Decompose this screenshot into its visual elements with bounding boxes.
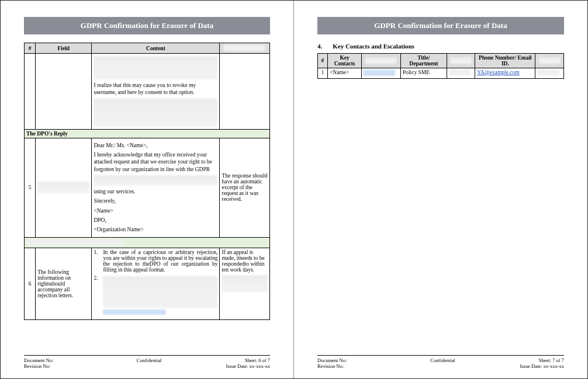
footer-docno: Document No:: [24, 357, 53, 363]
th-key: Key Contacts: [327, 54, 361, 68]
table-row: 5 Dear Mr./ Ms. <Name>, I hereby acknowl…: [25, 138, 270, 237]
contact-num: 1: [318, 68, 328, 79]
table-header-row: # Key Contacts Title/ Department Phone N…: [318, 54, 564, 68]
table-row: 6 The following information on rightssho…: [25, 248, 270, 319]
footer-sheet: Sheet: 7 of 7: [539, 357, 564, 363]
th-blank3: [535, 54, 564, 68]
contact-email-link[interactable]: YA@example.com: [477, 69, 519, 75]
footer-rev: Revision No:: [317, 363, 344, 369]
th-title: Title/ Department: [400, 54, 447, 68]
consent-paragraph: I realize that this may cause you to rev…: [94, 82, 217, 96]
contact-name: <Name>: [327, 68, 361, 79]
th-num: #: [318, 54, 328, 68]
section-divider-blank: [25, 237, 270, 248]
appeal-item-1: 1. In the case of a capricious or arbitr…: [94, 249, 217, 273]
footer-issue: Issue Date: xx-xxx-xx: [226, 363, 270, 369]
table-header-row: # Field Content: [25, 43, 270, 54]
footer-rev: Revision No:: [24, 363, 50, 369]
page-footer: Document No: Confidential Sheet: 7 of 7 …: [317, 355, 564, 369]
contacts-table: # Key Contacts Title/ Department Phone N…: [317, 53, 564, 79]
th-note: [220, 43, 270, 54]
footer-conf: Confidential: [430, 357, 455, 363]
th-field: Field: [36, 43, 92, 54]
reply-sig3: DPO,: [94, 217, 217, 224]
row6-field: The following information on rightsshoul…: [36, 248, 92, 319]
th-phone: Phone Number/ Email ID.: [475, 54, 535, 68]
th-blank1: [362, 54, 401, 68]
footer-conf: Confidential: [137, 357, 162, 363]
section-title: Key Contacts and Escalations: [333, 43, 414, 50]
section-number: 4.: [317, 43, 322, 50]
reply-sig4: <Organization Name>: [94, 226, 217, 233]
page-7: GDPR Confirmation for Erasure of Data 4.…: [294, 1, 587, 379]
section-heading: 4. Key Contacts and Escalations: [317, 43, 564, 50]
row6-note: If an appeal is made, itneeds to be resp…: [222, 249, 264, 273]
appeal-item-2: 2.: [94, 275, 217, 316]
page-title-bar: GDPR Confirmation for Erasure of Data: [317, 17, 564, 34]
th-blank2: [447, 54, 475, 68]
footer-issue: Issue Date: xx-xxx-xx: [520, 363, 564, 369]
footer-sheet: Sheet: 6 of 7: [245, 357, 270, 363]
th-content: Content: [92, 43, 220, 54]
reply-salutation: Dear Mr./ Ms. <Name>,: [94, 142, 217, 149]
table-row: I realize that this may cause you to rev…: [25, 54, 270, 130]
contact-title: Policy SME: [400, 68, 447, 79]
page-6: GDPR Confirmation for Erasure of Data # …: [1, 1, 294, 379]
reply-sig1: Sincerely,: [94, 197, 217, 204]
section-divider-dpo-reply: The DPO's Reply: [25, 129, 270, 138]
th-num: #: [25, 43, 36, 54]
reply-body: I hereby acknowledge that my office rece…: [94, 151, 217, 173]
main-table: # Field Content I realize that this may …: [24, 43, 270, 320]
page-title-bar: GDPR Confirmation for Erasure of Data: [24, 17, 270, 34]
reply-note: The response should have an automatic ex…: [220, 138, 270, 237]
reply-line2: using our services.: [94, 188, 217, 195]
contact-row: 1 <Name> Policy SME YA@example.com: [318, 68, 564, 79]
page-footer: Document No: Confidential Sheet: 6 of 7 …: [24, 355, 270, 369]
reply-sig2: <Name>: [94, 207, 217, 214]
footer-docno: Document No:: [317, 357, 347, 363]
